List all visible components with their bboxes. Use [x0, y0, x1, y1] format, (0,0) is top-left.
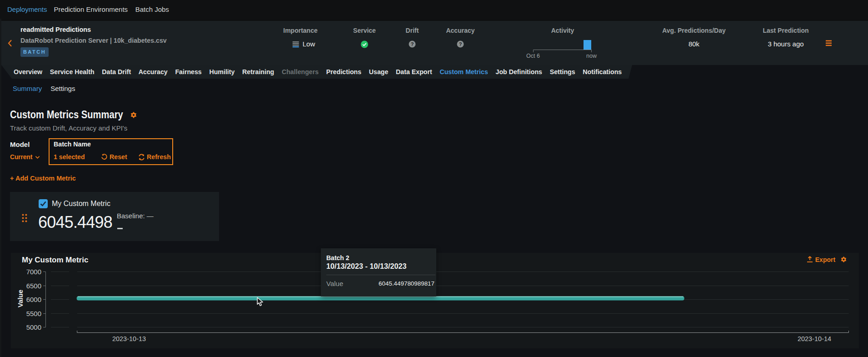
svg-text:?: ? — [459, 41, 462, 47]
svg-text:?: ? — [411, 41, 414, 47]
